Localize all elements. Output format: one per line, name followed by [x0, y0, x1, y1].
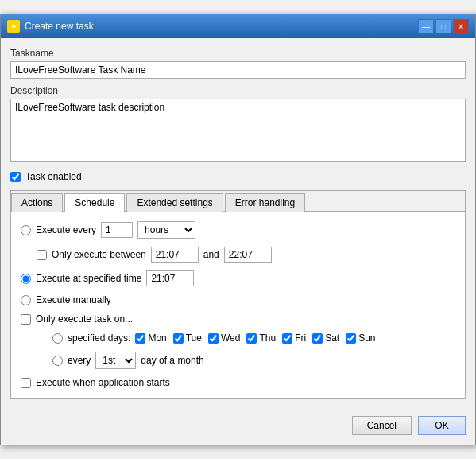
window-icon: ✦	[7, 20, 20, 33]
day-tue-checkbox[interactable]	[173, 333, 184, 344]
day-mon-checkbox[interactable]	[135, 333, 145, 344]
and-label: and	[203, 249, 219, 260]
day-thu-checkbox[interactable]	[246, 333, 257, 344]
days-row: Mon Tue Wed	[135, 333, 375, 344]
execute-when-starts-row: Execute when application starts	[21, 377, 455, 388]
only-execute-task-row: Only execute task on...	[21, 313, 455, 325]
schedule-section: Execute every minutes hours days weeks O…	[21, 221, 455, 388]
execute-manually-label[interactable]: Execute manually	[36, 294, 111, 305]
only-between-checkbox[interactable]	[37, 250, 47, 260]
minimize-button[interactable]: —	[418, 19, 434, 33]
main-window: ✦ Create new task — □ ✕ Taskname Descrip…	[0, 14, 476, 445]
specified-days-row: specified days: Mon Tue	[21, 333, 455, 344]
tab-extended[interactable]: Extended settings	[126, 193, 223, 212]
tab-error[interactable]: Error handling	[225, 193, 305, 212]
tab-bar: Actions Schedule Extended settings Error…	[11, 191, 465, 212]
day-wed: Wed	[208, 333, 240, 344]
day-fri-checkbox[interactable]	[282, 333, 292, 344]
execute-at-label[interactable]: Execute at specified time	[36, 273, 141, 284]
only-between-row: Only execute between and	[21, 247, 455, 263]
execute-at-row: Execute at specified time	[21, 270, 455, 286]
title-bar: ✦ Create new task — □ ✕	[1, 14, 475, 38]
day-sun: Sun	[346, 333, 375, 344]
title-bar-left: ✦ Create new task	[7, 20, 94, 33]
every-label[interactable]: every	[68, 355, 91, 366]
only-execute-task-label[interactable]: Only execute task on...	[36, 313, 133, 325]
execute-manually-radio[interactable]	[21, 295, 31, 305]
day-thu-label: Thu	[259, 333, 276, 344]
ok-button[interactable]: OK	[418, 416, 466, 435]
schedule-tab-content: Execute every minutes hours days weeks O…	[11, 212, 465, 398]
close-button[interactable]: ✕	[453, 19, 469, 33]
between-start-input[interactable]	[151, 247, 199, 263]
main-content: Taskname Description Task enabled Action…	[1, 38, 475, 408]
execute-every-radio[interactable]	[21, 225, 31, 235]
day-of-month-select[interactable]: 1st 2nd 3rd 4th 5th	[95, 352, 136, 369]
specified-days-radio[interactable]	[52, 333, 63, 344]
execute-every-row: Execute every minutes hours days weeks	[21, 221, 455, 239]
execute-every-label[interactable]: Execute every	[36, 224, 96, 235]
execute-when-starts-checkbox[interactable]	[21, 378, 31, 388]
taskname-label: Taskname	[10, 48, 466, 59]
day-sun-checkbox[interactable]	[346, 333, 356, 344]
description-label: Description	[10, 85, 466, 96]
taskname-input[interactable]	[10, 61, 466, 79]
day-thu: Thu	[246, 333, 276, 344]
title-buttons: — □ ✕	[418, 19, 469, 33]
day-mon-label: Mon	[148, 333, 166, 344]
every-day-month-row: every 1st 2nd 3rd 4th 5th day of a month	[21, 352, 455, 369]
only-between-label[interactable]: Only execute between	[52, 249, 146, 260]
day-tue: Tue	[173, 333, 202, 344]
day-fri: Fri	[282, 333, 306, 344]
day-wed-label: Wed	[221, 333, 240, 344]
execute-at-radio[interactable]	[21, 274, 31, 284]
maximize-button[interactable]: □	[435, 19, 451, 33]
tab-schedule[interactable]: Schedule	[64, 193, 125, 212]
day-fri-label: Fri	[295, 333, 306, 344]
hours-select[interactable]: minutes hours days weeks	[137, 221, 195, 239]
task-enabled-label[interactable]: Task enabled	[25, 171, 82, 182]
footer: Cancel OK	[1, 408, 475, 445]
execute-when-starts-label[interactable]: Execute when application starts	[36, 377, 170, 388]
window-title: Create new task	[25, 21, 94, 32]
every-day-radio[interactable]	[52, 356, 63, 366]
cancel-button[interactable]: Cancel	[352, 416, 412, 435]
only-execute-task-checkbox[interactable]	[21, 314, 31, 325]
day-mon: Mon	[135, 333, 166, 344]
task-enabled-checkbox[interactable]	[10, 172, 21, 182]
day-wed-checkbox[interactable]	[208, 333, 219, 344]
day-of-month-label: day of a month	[141, 355, 203, 366]
specified-days-label[interactable]: specified days:	[68, 333, 130, 344]
between-end-input[interactable]	[224, 247, 272, 263]
description-textarea[interactable]	[10, 99, 466, 162]
day-tue-label: Tue	[186, 333, 202, 344]
execute-manually-row: Execute manually	[21, 294, 455, 305]
task-enabled-row: Task enabled	[10, 171, 466, 182]
execute-every-input[interactable]	[101, 222, 133, 238]
day-sat-label: Sat	[325, 333, 339, 344]
execute-at-time-input[interactable]	[146, 270, 194, 286]
tabs-container: Actions Schedule Extended settings Error…	[10, 190, 466, 399]
day-sun-label: Sun	[358, 333, 375, 344]
tab-actions[interactable]: Actions	[11, 193, 63, 212]
day-sat-checkbox[interactable]	[312, 333, 323, 344]
day-sat: Sat	[312, 333, 339, 344]
